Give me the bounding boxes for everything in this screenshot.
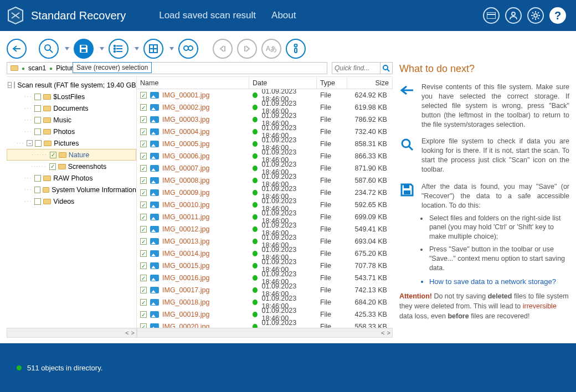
tree-row[interactable]: ···− Pictures <box>7 137 136 149</box>
tree-row[interactable]: ··· Photos <box>7 126 136 137</box>
checkbox[interactable]: ✓ <box>140 189 147 196</box>
status-dot-icon <box>253 239 258 244</box>
encoding-button[interactable]: Aあ <box>261 39 281 59</box>
menu-about[interactable]: About <box>271 10 296 21</box>
svg-rect-18 <box>81 49 86 52</box>
list-h-scroll[interactable]: <> <box>137 328 393 338</box>
tree-row[interactable]: ··· Documents <box>7 102 136 114</box>
scan-button[interactable] <box>39 39 59 59</box>
app-title: Standard Recovery <box>31 9 126 22</box>
checkbox[interactable] <box>35 140 42 147</box>
list-style-button[interactable] <box>109 39 128 59</box>
checkbox[interactable] <box>34 117 41 123</box>
file-row[interactable]: ✓IMG_00020.jpg01.09.2023 18:46:00File558… <box>137 321 393 328</box>
tree-row[interactable]: ··· Music <box>7 114 136 126</box>
collapse-icon[interactable]: − <box>8 82 12 88</box>
checkbox[interactable]: ✓ <box>140 128 147 135</box>
checkbox[interactable]: ✓ <box>140 92 147 99</box>
checkbox[interactable] <box>34 187 40 193</box>
find-button[interactable] <box>178 39 198 59</box>
col-name[interactable]: Name <box>137 77 249 89</box>
checkbox[interactable]: ✓ <box>140 226 147 233</box>
save-dropdown[interactable] <box>100 47 104 50</box>
header-user-icon[interactable] <box>505 7 522 24</box>
grid-view-button[interactable] <box>143 39 163 59</box>
quick-find <box>332 62 393 74</box>
col-date[interactable]: Date <box>249 77 317 89</box>
list-style-dropdown[interactable] <box>135 47 139 50</box>
save-button[interactable]: Save (recover) selection <box>74 39 94 59</box>
checkbox[interactable] <box>34 128 41 135</box>
scan-dropdown[interactable] <box>65 47 69 50</box>
tree-h-scroll[interactable]: <> <box>7 328 137 338</box>
svg-point-24 <box>114 51 115 52</box>
breadcrumb-item[interactable]: scan1 <box>28 64 46 72</box>
tree-row[interactable]: ··· System Volume Information <box>7 184 136 195</box>
collapse-icon[interactable]: − <box>27 140 33 146</box>
checkbox[interactable]: ✓ <box>140 141 147 147</box>
checkbox[interactable]: ✓ <box>140 250 147 257</box>
info-button[interactable] <box>286 39 306 59</box>
status-text: 511 objects in directory. <box>27 364 102 372</box>
col-type[interactable]: Type <box>317 77 347 89</box>
checkbox[interactable]: ✓ <box>140 323 147 328</box>
image-icon <box>150 275 159 281</box>
checkbox[interactable]: ✓ <box>140 238 147 245</box>
toolbar: Save (recover) selection Aあ <box>7 39 569 59</box>
status-dot-icon <box>253 226 258 232</box>
checkbox[interactable]: ✓ <box>140 202 147 208</box>
checkbox[interactable]: ✓ <box>140 275 147 281</box>
back-button[interactable] <box>7 39 27 59</box>
header-card-icon[interactable] <box>483 7 500 24</box>
prev-button[interactable] <box>213 39 233 59</box>
breadcrumb[interactable]: ●scan1 ●Pictures ●Nature <box>7 62 327 74</box>
status-dot-icon <box>253 178 258 183</box>
status-dot-icon <box>253 324 258 328</box>
svg-rect-38 <box>404 185 409 188</box>
quick-find-input[interactable] <box>332 64 380 72</box>
checkbox[interactable] <box>34 198 41 205</box>
folder-icon <box>59 152 66 158</box>
checkbox[interactable]: ✓ <box>140 311 147 318</box>
status-dot-icon <box>253 263 258 269</box>
checkbox[interactable]: ✓ <box>140 177 147 184</box>
checkbox[interactable]: ✓ <box>140 287 147 293</box>
checkbox[interactable]: ✓ <box>140 153 147 159</box>
header-settings-icon[interactable] <box>527 7 544 24</box>
svg-line-16 <box>50 50 53 53</box>
checkbox[interactable]: ✓ <box>49 163 56 170</box>
help-p2: Explore file system to check if data you… <box>421 137 569 174</box>
next-button[interactable] <box>237 39 257 59</box>
status-dot-icon <box>253 275 258 281</box>
tree-row[interactable]: ··· Videos <box>7 195 136 207</box>
tree-row[interactable]: − Scan result (FAT file system; 19.40 GB… <box>7 79 136 91</box>
checkbox[interactable] <box>34 94 41 100</box>
checkbox[interactable]: ✓ <box>140 214 147 220</box>
checkbox[interactable]: ✓ <box>140 104 147 111</box>
tree-row[interactable]: ··· RAW Photos <box>7 172 136 184</box>
grid-view-dropdown[interactable] <box>169 47 174 50</box>
quick-find-search-icon[interactable] <box>380 63 392 74</box>
header-help-icon[interactable]: ? <box>549 7 566 24</box>
menu-load-saved[interactable]: Load saved scan result <box>159 10 256 21</box>
checkbox[interactable]: ✓ <box>50 152 56 158</box>
image-icon <box>150 141 159 147</box>
help-bullet-2: Press "Save" button in the toolbar or us… <box>428 245 569 273</box>
status-dot-icon <box>253 153 258 159</box>
tree-row[interactable]: ··· $LostFiles <box>7 91 136 102</box>
checkbox[interactable]: ✓ <box>140 165 147 172</box>
checkbox[interactable] <box>34 175 41 182</box>
tree-row[interactable]: ······ ✓ Screenshots <box>7 161 136 172</box>
svg-point-32 <box>295 44 297 47</box>
help-link[interactable]: How to save data to a network storage? <box>429 277 569 286</box>
checkbox[interactable] <box>34 105 41 112</box>
svg-line-37 <box>409 146 413 150</box>
checkbox[interactable]: ✓ <box>140 299 147 306</box>
col-size[interactable]: Size <box>347 77 393 89</box>
status-dot-icon <box>253 312 258 317</box>
svg-point-22 <box>114 45 115 47</box>
checkbox[interactable]: ✓ <box>140 262 147 269</box>
image-icon <box>150 202 159 208</box>
tree-row[interactable]: ······ ✓ Nature <box>7 149 136 161</box>
checkbox[interactable]: ✓ <box>140 116 147 123</box>
